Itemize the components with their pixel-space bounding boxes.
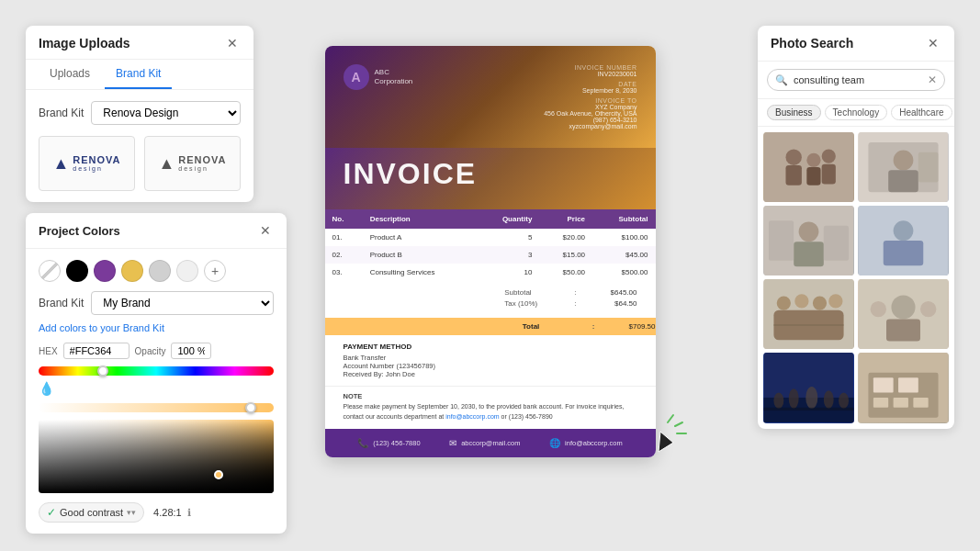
invoice-table-body: 01. Product A 5 $20.00 $100.00 02. Produ… bbox=[325, 229, 656, 281]
note-email-link[interactable]: info@abccorp.com bbox=[445, 413, 499, 420]
swatch-gold[interactable] bbox=[121, 260, 143, 282]
hex-input[interactable] bbox=[63, 343, 130, 359]
svg-point-43 bbox=[839, 393, 849, 409]
svg-point-17 bbox=[799, 222, 819, 242]
contrast-badge[interactable]: ✓ Good contrast ▾ bbox=[39, 502, 144, 523]
gradient-overlay-black bbox=[39, 420, 274, 493]
photo-item[interactable] bbox=[763, 132, 854, 202]
photo-item[interactable] bbox=[763, 206, 854, 276]
swatch-purple[interactable] bbox=[94, 260, 116, 282]
hex-label: HEX bbox=[39, 346, 58, 356]
opacity-input[interactable] bbox=[171, 343, 211, 359]
filter-tag-healthcare[interactable]: Healthcare bbox=[891, 105, 952, 120]
invoice-totals: Subtotal : $645.00 Tax (10%) : $64.50 bbox=[325, 281, 656, 318]
photo-search-input[interactable] bbox=[794, 74, 922, 85]
inv-company-name: ABC Corporation bbox=[375, 68, 413, 87]
invoice-title-text: INVOICE bbox=[344, 157, 637, 191]
swatch-lightgray[interactable] bbox=[149, 260, 171, 282]
info-icon[interactable]: ℹ bbox=[187, 507, 191, 519]
photo-item[interactable] bbox=[763, 353, 854, 422]
hue-thumb bbox=[97, 365, 108, 377]
swatch-white[interactable] bbox=[176, 260, 198, 282]
contrast-row: ✓ Good contrast ▾ 4.28:1 ℹ bbox=[39, 502, 274, 523]
brand-kit-select-2[interactable]: My Brand bbox=[91, 291, 274, 315]
clear-search-icon[interactable]: ✕ bbox=[928, 73, 937, 86]
logo-row: ▲ RENOVA design ▲ RENOVA design bbox=[39, 136, 241, 191]
ps-header: Photo Search ✕ bbox=[758, 26, 954, 62]
col-price: Price bbox=[539, 209, 592, 229]
invoice-title-section: INVOICE bbox=[325, 148, 656, 209]
svg-rect-14 bbox=[888, 170, 918, 192]
image-uploads-close-button[interactable]: ✕ bbox=[224, 35, 241, 51]
add-colors-link[interactable]: Add colors to your Brand Kit bbox=[39, 322, 274, 333]
logo-icon-1: ▲ bbox=[52, 154, 69, 174]
hue-slider-container bbox=[39, 366, 274, 376]
opacity-slider[interactable] bbox=[39, 403, 274, 412]
swatch-black[interactable] bbox=[66, 260, 88, 282]
svg-marker-3 bbox=[659, 432, 673, 452]
filter-tag-business[interactable]: Business bbox=[767, 105, 821, 120]
row3-price: $50.00 bbox=[539, 264, 592, 281]
photo-item[interactable] bbox=[858, 132, 949, 202]
invoice-to-phone: (987) 654-3210 bbox=[544, 117, 636, 123]
photo-item[interactable] bbox=[858, 206, 949, 276]
photo-item[interactable] bbox=[858, 353, 949, 422]
logo-sub-1: design bbox=[73, 165, 120, 172]
svg-rect-51 bbox=[913, 398, 928, 408]
svg-rect-19 bbox=[769, 220, 794, 261]
col-qty: Quantity bbox=[476, 209, 539, 229]
swatch-add-button[interactable]: + bbox=[204, 260, 226, 282]
row2-desc: Product B bbox=[363, 246, 477, 264]
payment-method-title: PAYMENT METHOD bbox=[344, 343, 637, 351]
svg-point-5 bbox=[785, 149, 801, 164]
subtotal-value: $645.00 bbox=[591, 288, 637, 297]
invoice-to-email: xyzcompany@mail.com bbox=[544, 123, 636, 129]
hex-opacity-row: HEX Opacity bbox=[39, 343, 274, 359]
ps-search-input-wrap: 🔍 ✕ bbox=[767, 69, 945, 91]
brand-kit-select[interactable]: Renova Design bbox=[91, 101, 241, 125]
col-no: No. bbox=[325, 209, 363, 229]
svg-rect-18 bbox=[794, 242, 824, 266]
phone-icon: 📞 bbox=[357, 438, 368, 448]
svg-point-13 bbox=[894, 151, 914, 171]
svg-rect-9 bbox=[806, 167, 820, 186]
brand-kit-label: Brand Kit bbox=[39, 107, 84, 119]
photo-item[interactable] bbox=[858, 279, 949, 349]
photo-item[interactable] bbox=[763, 279, 854, 349]
invoice-meta: Invoice Number INV20230001 Date Septembe… bbox=[544, 64, 636, 133]
pc-body: + Brand Kit My Brand Add colors to your … bbox=[26, 249, 287, 534]
invoice-header: A ABC Corporation Invoice Number INV2023… bbox=[325, 46, 656, 148]
svg-point-27 bbox=[794, 295, 808, 309]
svg-line-0 bbox=[668, 415, 673, 422]
logo-text-block-1: RENOVA design bbox=[73, 155, 120, 172]
tab-uploads[interactable]: Uploads bbox=[39, 60, 101, 89]
swatch-none[interactable] bbox=[39, 260, 61, 282]
svg-rect-49 bbox=[873, 398, 888, 408]
filter-tag-technology[interactable]: Technology bbox=[825, 105, 888, 120]
logo-box-2: ▲ RENOVA design bbox=[144, 136, 241, 191]
svg-rect-15 bbox=[918, 152, 939, 183]
row1-desc: Product A bbox=[363, 229, 477, 246]
svg-rect-8 bbox=[785, 165, 801, 186]
color-gradient-box[interactable] bbox=[39, 420, 274, 493]
hue-slider[interactable] bbox=[39, 366, 274, 376]
tab-brand-kit[interactable]: Brand Kit bbox=[105, 60, 172, 89]
logo-main-1: RENOVA bbox=[73, 155, 120, 165]
chevron-down-icon: ▾ bbox=[127, 508, 136, 517]
svg-rect-24 bbox=[859, 206, 949, 276]
invoice-footer: 📞 (123) 456-7880 ✉ abccorp@mail.com 🌐 in… bbox=[325, 429, 656, 457]
row3-no: 03. bbox=[325, 264, 363, 281]
contrast-ratio: 4.28:1 bbox=[153, 507, 182, 518]
invoice-to-address: 456 Oak Avenue, Othercity, USA bbox=[544, 110, 636, 117]
eyedropper-button[interactable]: 💧 bbox=[39, 381, 54, 396]
row1-subtotal: $100.00 bbox=[592, 229, 655, 246]
svg-rect-44 bbox=[764, 408, 854, 410]
svg-line-1 bbox=[675, 422, 682, 426]
project-colors-close-button[interactable]: ✕ bbox=[257, 222, 274, 239]
logo-dark: ▲ RENOVA design bbox=[52, 154, 120, 174]
color-swatches: + bbox=[39, 260, 274, 282]
row3-desc: Consulting Services bbox=[363, 264, 477, 281]
photo-search-close-button[interactable]: ✕ bbox=[925, 35, 941, 51]
tab-row: Uploads Brand Kit bbox=[26, 60, 253, 90]
pc-title: Project Colors bbox=[39, 224, 120, 238]
